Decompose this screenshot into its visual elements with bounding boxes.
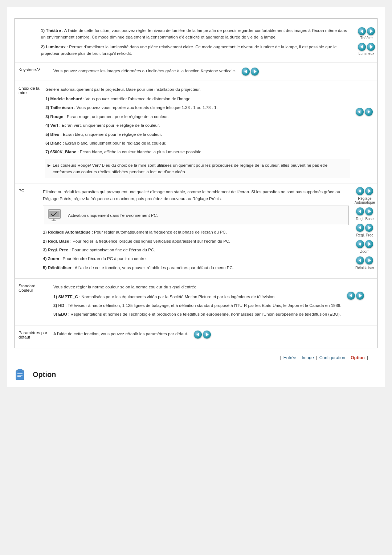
icon-pair-regl-base bbox=[356, 207, 373, 215]
icon-pair-zoom bbox=[356, 240, 373, 248]
label-keystone: Keystone-V bbox=[15, 65, 51, 78]
label-standard-couleur: Standard Couleur bbox=[15, 281, 51, 323]
pc-intro: Elimine ou réduit les parasites qui prov… bbox=[43, 189, 349, 202]
nav-separator-5: | bbox=[367, 355, 368, 360]
standard-couleur-item-2: 2) HD : Téléviseur à haute définition, 1… bbox=[53, 302, 341, 309]
svg-rect-1 bbox=[49, 211, 60, 217]
pc-note-box: Activation uniquement dans l'environneme… bbox=[43, 206, 349, 225]
label-theatre bbox=[15, 24, 39, 60]
mire-bullet-section: ▶ Les couleurs Rouge/ Vert/ Bleu du choi… bbox=[45, 159, 350, 178]
keystone-left-icon[interactable] bbox=[242, 68, 250, 76]
keystone-text: Vous pouvez compenser les images déformé… bbox=[53, 69, 236, 73]
label-mire: Choix de la mire bbox=[15, 83, 43, 181]
nav-separator-3: | bbox=[316, 355, 317, 360]
keystone-right-icon[interactable] bbox=[251, 68, 259, 76]
icons-theatre: Théâtre Lumineux bbox=[356, 24, 377, 60]
reinitialiser-right-icon[interactable] bbox=[365, 256, 373, 264]
desc-parametres-defaut: A l'aide de cette fonction, vous pouvez … bbox=[51, 328, 192, 342]
pc-item-2: 2) Regl. Base : Pour régler la fréquence… bbox=[43, 238, 349, 244]
nav-option[interactable]: Option bbox=[351, 355, 365, 360]
icons-standard-couleur bbox=[345, 281, 376, 323]
icon-pair-reglage-auto bbox=[356, 187, 373, 195]
lumineux-left-icon[interactable] bbox=[358, 43, 366, 51]
label-pc: PC bbox=[15, 186, 41, 276]
svg-rect-2 bbox=[53, 218, 54, 220]
icon-pair-keystone bbox=[242, 68, 268, 76]
nav-separator-2: | bbox=[298, 355, 299, 360]
standard-couleur-right-icon[interactable] bbox=[356, 292, 364, 300]
mire-item-6: 6) Blanc : Ecran blanc, uniquement pour … bbox=[45, 140, 350, 146]
lumineux-right-icon[interactable] bbox=[367, 43, 375, 51]
parametres-defaut-left-icon[interactable] bbox=[194, 331, 202, 339]
regl-prec-right-icon[interactable] bbox=[365, 224, 373, 232]
icons-parametres-defaut bbox=[192, 328, 222, 342]
desc-keystone: Vous pouvez compenser les images déformé… bbox=[51, 65, 240, 78]
option-icon bbox=[15, 368, 28, 381]
standard-couleur-intro: Vous devez régler la norme couleur selon… bbox=[53, 284, 341, 290]
theatre-left-icon[interactable] bbox=[358, 27, 366, 35]
section-standard-couleur: Standard Couleur Vous devez régler la no… bbox=[15, 279, 377, 325]
icon-pair-parametres-defaut bbox=[194, 331, 220, 339]
item-1-theatre-text: : A l'aide de cette fonction, vous pouve… bbox=[41, 28, 347, 39]
item-2-lumineux-text: : Permet d'améliorer la luminosité dans … bbox=[41, 45, 337, 56]
option-title: Option bbox=[33, 370, 56, 379]
label-parametres-defaut: Paramètres par défaut bbox=[15, 328, 51, 342]
pc-item-1: 1) Réglage Automatique : Pour régler aut… bbox=[43, 229, 349, 235]
lumineux-icon-label: Lumineux bbox=[358, 52, 375, 56]
regl-prec-left-icon[interactable] bbox=[356, 224, 364, 232]
mire-item-3: 3) Rouge : Ecran rouge, uniquement pour … bbox=[45, 113, 350, 120]
regl-base-label: Regl. Base bbox=[356, 217, 373, 221]
svg-rect-3 bbox=[52, 220, 56, 221]
mire-item-1: 1) Modele hachuré : Vous pouvez contrôle… bbox=[45, 96, 350, 102]
page-container: 1) Théâtre : A l'aide de cette fonction,… bbox=[7, 7, 385, 387]
icons-pc: Réglage Automatique Regl. Base Regl. Pre… bbox=[352, 186, 377, 276]
section-theatre: 1) Théâtre : A l'aide de cette fonction,… bbox=[15, 22, 377, 62]
regl-base-right-icon[interactable] bbox=[365, 207, 373, 215]
theatre-icon-label: Théâtre bbox=[358, 36, 375, 40]
pc-item-3: 3) Regl. Prec : Pour une syntonisation f… bbox=[43, 247, 349, 253]
item-1-theatre-number: 1) bbox=[41, 28, 46, 33]
parametres-defaut-text: A l'aide de cette fonction, vous pouvez … bbox=[53, 332, 188, 336]
icon-pair-theatre bbox=[358, 27, 375, 35]
mire-item-2: 2) Taille écran : Vous pouvez vous repor… bbox=[45, 104, 350, 111]
reglage-auto-right-icon[interactable] bbox=[365, 187, 373, 195]
svg-rect-5 bbox=[18, 369, 22, 371]
mire-right-icon[interactable] bbox=[365, 108, 373, 116]
reglage-auto-left-icon[interactable] bbox=[356, 187, 364, 195]
icon-pair-regl-prec bbox=[356, 224, 373, 232]
icon-pair-reinitialiser bbox=[356, 256, 373, 264]
standard-couleur-item-3: 3) EBU : Règlementations et normes de Te… bbox=[53, 311, 341, 317]
mire-left-icon[interactable] bbox=[356, 108, 364, 116]
zoom-left-icon[interactable] bbox=[356, 240, 364, 248]
item-2-lumineux-title: Lumineux bbox=[46, 45, 65, 49]
main-content: 1) Théâtre : A l'aide de cette fonction,… bbox=[15, 18, 377, 348]
zoom-right-icon[interactable] bbox=[365, 240, 373, 248]
nav-entree[interactable]: Entrée bbox=[283, 355, 296, 360]
icons-keystone bbox=[240, 65, 270, 78]
standard-couleur-left-icon[interactable] bbox=[347, 292, 355, 300]
pc-item-5: 5) Réinitialiser : A l'aide de cette fon… bbox=[43, 264, 349, 271]
theatre-right-icon[interactable] bbox=[367, 27, 375, 35]
icon-pair-mire bbox=[356, 108, 375, 116]
reinitialiser-left-icon[interactable] bbox=[356, 256, 364, 264]
desc-pc: Elimine ou réduit les parasites qui prov… bbox=[41, 186, 352, 276]
item-2-lumineux-number: 2) bbox=[41, 45, 46, 49]
section-mire: Choix de la mire Généré automatiquement … bbox=[15, 81, 377, 184]
desc-theatre: 1) Théâtre : A l'aide de cette fonction,… bbox=[39, 24, 356, 60]
icon-pair-standard-couleur bbox=[347, 292, 373, 300]
standard-couleur-item-1: 1) SMPTE_C : Normalisées pour les équipe… bbox=[53, 293, 341, 300]
zoom-label: Zoom bbox=[360, 250, 369, 254]
bottom-navigation: | Entrée | Image | Configuration | Optio… bbox=[15, 352, 377, 363]
mire-item-5: 5) Bleu : Ecran bleu, uniquement pour le… bbox=[45, 131, 350, 138]
icons-mire bbox=[354, 83, 377, 181]
pc-note-text: Activation uniquement dans l'environneme… bbox=[68, 212, 158, 219]
parametres-defaut-right-icon[interactable] bbox=[203, 331, 211, 339]
mire-bullet-text: Les couleurs Rouge/ Vert/ Bleu du choix … bbox=[53, 162, 348, 175]
reglage-auto-label: Réglage Automatique bbox=[355, 197, 375, 204]
nav-image[interactable]: Image bbox=[302, 355, 314, 360]
regl-base-left-icon[interactable] bbox=[356, 207, 364, 215]
nav-separator-4: | bbox=[347, 355, 348, 360]
mire-item-4: 4) Vert : Ecran vert, uniquement pour le… bbox=[45, 122, 350, 129]
nav-configuration[interactable]: Configuration bbox=[319, 355, 345, 360]
section-parametres-defaut: Paramètres par défaut A l'aide de cette … bbox=[15, 325, 377, 344]
